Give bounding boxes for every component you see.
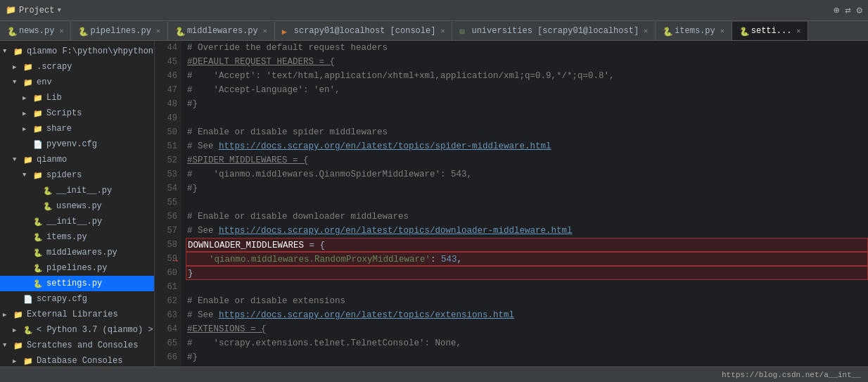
sidebar-item-scrapy-folder[interactable]: ▶📁.scrapy bbox=[0, 59, 154, 75]
line-num-58: 58 bbox=[155, 238, 177, 252]
tree-arrow-lib-folder: ▶ bbox=[23, 94, 32, 102]
tab-pipelines-close[interactable]: ✕ bbox=[156, 27, 160, 35]
code-line-51: # See https://docs.scrapy.org/en/latest/… bbox=[187, 139, 868, 153]
sidebar-item-pyvenv-cfg[interactable]: 📄pyvenv.cfg bbox=[0, 136, 154, 152]
tree-label-settings-py: settings.py bbox=[46, 279, 102, 288]
line-num-64: 64 bbox=[155, 322, 177, 336]
sidebar-item-pipelines-py[interactable]: 🐍pipelines.py bbox=[0, 260, 154, 276]
tab-middlewares-icon: 🐍 bbox=[175, 27, 184, 35]
code-line-57: # See https://docs.scrapy.org/en/latest/… bbox=[187, 224, 868, 238]
project-dropdown-icon[interactable]: ▼ bbox=[57, 7, 60, 14]
tree-icon-share-folder: 📁 bbox=[32, 123, 44, 134]
tree-icon-python-ext: 🐍 bbox=[23, 324, 34, 336]
tab-items[interactable]: 🐍 items.py ✕ bbox=[656, 22, 732, 40]
code-line-58: DOWNLOADER_MIDDLEWARES = { bbox=[186, 238, 868, 252]
tab-middlewares[interactable]: 🐍 middlewares.py ✕ bbox=[168, 22, 275, 40]
tab-console[interactable]: ▶ scrapy01@localhost [console] ✕ bbox=[275, 22, 453, 40]
split-icon[interactable]: ⇄ bbox=[845, 4, 850, 16]
sidebar-item-lib-folder[interactable]: ▶📁Lib bbox=[0, 90, 154, 106]
sidebar-item-scripts-folder[interactable]: ▶📁Scripts bbox=[0, 106, 154, 121]
code-line-65: # 'scrapy.extensions.telnet.TelnetConsol… bbox=[187, 336, 868, 350]
line-num-61: 61 bbox=[155, 280, 177, 294]
tab-middlewares-close[interactable]: ✕ bbox=[263, 27, 267, 35]
line-num-54: 54 bbox=[155, 182, 177, 196]
line-num-55: 55 bbox=[155, 196, 177, 210]
tree-arrow-scratches: ▼ bbox=[3, 342, 13, 349]
tab-settings-close[interactable]: ✕ bbox=[796, 27, 800, 35]
code-line-59: → 'qianmo.middlewares.RandomProxyMiddlew… bbox=[186, 252, 868, 266]
main-layout: ▼📁qianmo F:\python\yhpython\qianmo▶📁.scr… bbox=[0, 41, 868, 367]
project-icon: 📁 bbox=[6, 5, 16, 15]
line-num-44: 44 bbox=[155, 41, 177, 55]
sidebar-item-middlewares-py[interactable]: 🐍middlewares.py bbox=[0, 245, 154, 260]
tab-news-close[interactable]: ✕ bbox=[59, 27, 63, 35]
tree-icon-scripts-folder: 📁 bbox=[32, 108, 44, 119]
tree-icon-lib-folder: 📁 bbox=[32, 92, 44, 103]
tree-label-scripts-folder: Scripts bbox=[46, 108, 82, 118]
sidebar-item-usnews-py[interactable]: 🐍usnews.py bbox=[0, 198, 154, 214]
title-bar-icons: ⊕ ⇄ ⚙ bbox=[834, 4, 862, 16]
code-line-44: # Override the default request headers bbox=[187, 41, 868, 55]
sidebar-item-qianmo-root[interactable]: ▼📁qianmo F:\python\yhpython\qianmo bbox=[0, 44, 154, 59]
tree-label-env-folder: env bbox=[37, 77, 52, 87]
sidebar-item-scratches[interactable]: ▼📁Scratches and Consoles bbox=[0, 338, 154, 353]
sidebar-item-share-folder[interactable]: ▶📁share bbox=[0, 121, 154, 136]
tab-universities-close[interactable]: ✕ bbox=[644, 27, 648, 35]
tree-icon-middlewares-py: 🐍 bbox=[32, 247, 44, 258]
tree-arrow-python-ext: ▶ bbox=[13, 326, 23, 334]
sidebar-item-python-ext[interactable]: ▶🐍< Python 3.7 (qianmo) > F:\python\yhpy… bbox=[0, 322, 154, 338]
tree-arrow-external-libs: ▶ bbox=[3, 311, 13, 319]
code-line-52: #SPIDER_MIDDLEWARES = { bbox=[187, 153, 868, 167]
tree-icon-qianmo-root: 📁 bbox=[13, 46, 24, 57]
line-num-49: 49 bbox=[155, 111, 177, 125]
tab-universities[interactable]: ⊞ universities [scrapy01@localhost] ✕ bbox=[452, 22, 656, 40]
sidebar-item-items-py[interactable]: 🐍items.py bbox=[0, 229, 154, 245]
tree-icon-usnews-py: 🐍 bbox=[42, 200, 53, 212]
tree-icon-db-consoles: 📁 bbox=[23, 355, 34, 367]
line-num-52: 52 bbox=[155, 153, 177, 167]
line-num-56: 56 bbox=[155, 210, 177, 224]
line-num-60: 60 bbox=[155, 266, 177, 280]
tree-arrow-qianmo-folder: ▼ bbox=[13, 156, 23, 163]
tab-news-label: news.py bbox=[19, 26, 54, 36]
tab-universities-label: universities [scrapy01@localhost] bbox=[471, 26, 639, 36]
tab-settings-label: setti... bbox=[751, 26, 792, 36]
tree-icon-init-py: 🐍 bbox=[32, 216, 44, 227]
sidebar-item-env-folder[interactable]: ▼📁env bbox=[0, 75, 154, 90]
sidebar-item-db-consoles[interactable]: ▶📁Database Consoles bbox=[0, 353, 154, 367]
settings-icon[interactable]: ⚙ bbox=[857, 4, 862, 16]
tree-arrow-scripts-folder: ▶ bbox=[23, 110, 32, 117]
sidebar-item-external-libs[interactable]: ▶📁External Libraries bbox=[0, 307, 154, 322]
tree-label-pyvenv-cfg: pyvenv.cfg bbox=[46, 139, 97, 149]
tab-items-close[interactable]: ✕ bbox=[720, 27, 725, 35]
status-bar: https://blog.csdn.net/a__int__ bbox=[0, 367, 868, 382]
tree-icon-scrapy-cfg: 📄 bbox=[23, 293, 34, 305]
sidebar-item-settings-py[interactable]: 🐍settings.py bbox=[0, 276, 154, 291]
line-num-50: 50 bbox=[155, 125, 177, 139]
code-line-47: # 'Accept-Language': 'en', bbox=[187, 83, 868, 97]
sidebar-item-init-py-spiders[interactable]: 🐍__init__.py bbox=[0, 183, 154, 198]
tab-pipelines-label: pipelines.py bbox=[90, 26, 151, 36]
tab-pipelines[interactable]: 🐍 pipelines.py ✕ bbox=[71, 22, 167, 40]
project-label[interactable]: 📁 Project ▼ bbox=[6, 5, 61, 15]
code-line-48: #} bbox=[187, 97, 868, 111]
tree-icon-qianmo-folder: 📁 bbox=[23, 154, 34, 165]
tree-arrow-spiders-folder: ▼ bbox=[23, 172, 32, 179]
line-num-51: 51 bbox=[155, 139, 177, 153]
sidebar-item-spiders-folder[interactable]: ▼📁spiders bbox=[0, 167, 154, 183]
tree-label-init-py-spiders: __init__.py bbox=[56, 186, 112, 196]
tree-label-qianmo-folder: qianmo bbox=[37, 155, 67, 165]
tab-console-label: scrapy01@localhost [console] bbox=[294, 26, 436, 36]
line-num-47: 47 bbox=[155, 83, 177, 97]
sidebar-item-init-py[interactable]: 🐍__init__.py bbox=[0, 214, 154, 229]
tab-news[interactable]: 🐍 news.py ✕ bbox=[0, 22, 71, 40]
code-area[interactable]: 4445464748495051525354555657585960616263… bbox=[155, 41, 868, 367]
add-icon[interactable]: ⊕ bbox=[834, 4, 839, 16]
sidebar-item-qianmo-folder[interactable]: ▼📁qianmo bbox=[0, 152, 154, 167]
tab-console-close[interactable]: ✕ bbox=[440, 27, 445, 35]
tree-arrow-db-consoles: ▶ bbox=[13, 357, 23, 365]
sidebar-item-scrapy-cfg[interactable]: 📄scrapy.cfg bbox=[0, 291, 154, 307]
tree-label-init-py: __init__.py bbox=[46, 217, 102, 227]
tab-settings[interactable]: 🐍 setti... ✕ bbox=[732, 22, 809, 40]
code-line-60: } bbox=[186, 266, 868, 280]
